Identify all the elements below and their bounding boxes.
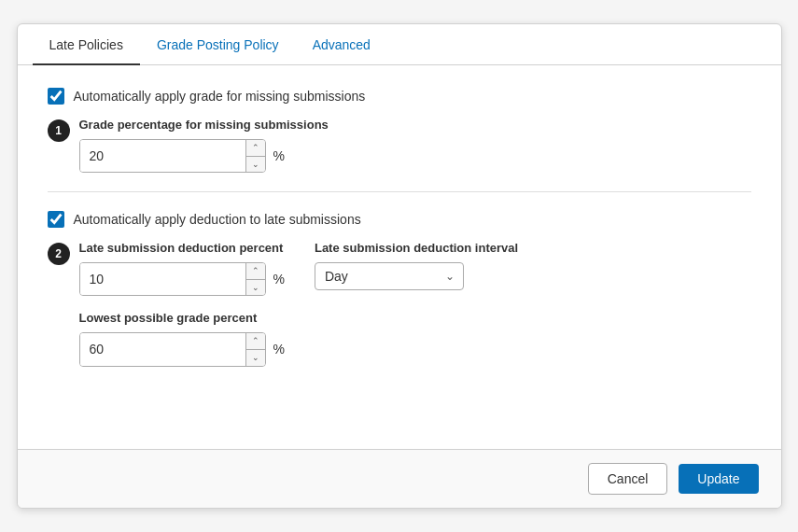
tab-grade-posting-policy[interactable]: Grade Posting Policy (140, 24, 296, 65)
modal-body: Automatically apply grade for missing su… (18, 65, 781, 449)
lowest-grade-symbol: % (273, 342, 285, 357)
grade-pct-label: Grade percentage for missing submissions (79, 118, 751, 132)
modal-footer: Cancel Update (18, 449, 781, 508)
auto-apply-deduction-checkbox[interactable] (48, 211, 64, 228)
auto-apply-grade-label: Automatically apply grade for missing su… (74, 89, 366, 104)
lowest-grade-input-group: ⌃ ⌄ % (79, 332, 751, 366)
deduction-interval-select[interactable]: Day Hour (315, 262, 464, 290)
grade-pct-spinner-buttons: ⌃ ⌄ (245, 140, 265, 172)
section-missing-submissions: Automatically apply grade for missing su… (48, 88, 751, 173)
section-late-submissions: Automatically apply deduction to late su… (48, 211, 751, 366)
tab-late-policies[interactable]: Late Policies (33, 24, 140, 65)
lowest-grade-group: Lowest possible grade percent ⌃ ⌄ % (79, 311, 751, 366)
grade-pct-down-button[interactable]: ⌄ (246, 157, 265, 173)
auto-apply-grade-checkbox[interactable] (48, 88, 64, 105)
deduction-percent-group: Late submission deduction percent ⌃ ⌄ (79, 241, 285, 296)
tab-advanced[interactable]: Advanced (296, 24, 387, 65)
auto-apply-deduction-label: Automatically apply deduction to late su… (74, 212, 361, 227)
grade-pct-symbol: % (273, 148, 285, 163)
deduction-interval-label: Late submission deduction interval (315, 241, 518, 255)
section-divider (48, 191, 751, 192)
deduction-pct-input[interactable] (80, 263, 245, 295)
grade-pct-input-group: ⌃ ⌄ % (79, 139, 751, 173)
step-badge-2: 2 (48, 243, 70, 265)
deduction-pct-label: Late submission deduction percent (79, 241, 285, 255)
deduction-pct-down-button[interactable]: ⌄ (246, 280, 265, 296)
deduction-fields-row: Late submission deduction percent ⌃ ⌄ (79, 241, 751, 296)
lowest-grade-input[interactable] (80, 333, 245, 365)
grade-pct-spinner: ⌃ ⌄ (79, 139, 266, 173)
deduction-interval-group: Late submission deduction interval Day H… (315, 241, 518, 296)
deduction-interval-select-wrapper: Day Hour ⌄ (315, 262, 464, 290)
section2-content: Late submission deduction percent ⌃ ⌄ (79, 241, 751, 366)
deduction-interval-input-group: Day Hour ⌄ (315, 262, 518, 290)
step-badge-1: 1 (48, 119, 70, 142)
modal: Late Policies Grade Posting Policy Advan… (17, 23, 782, 509)
deduction-pct-symbol: % (273, 272, 285, 287)
grade-pct-up-button[interactable]: ⌃ (246, 140, 265, 157)
section1-content: Grade percentage for missing submissions… (79, 118, 751, 173)
update-button[interactable]: Update (679, 464, 758, 494)
tabs-bar: Late Policies Grade Posting Policy Advan… (18, 24, 781, 65)
deduction-pct-spinner: ⌃ ⌄ (79, 262, 266, 296)
deduction-pct-up-button[interactable]: ⌃ (246, 263, 265, 280)
lowest-grade-spinner: ⌃ ⌄ (79, 332, 266, 366)
cancel-button[interactable]: Cancel (588, 463, 668, 495)
lowest-grade-spinner-buttons: ⌃ ⌄ (245, 333, 265, 365)
lowest-grade-label: Lowest possible grade percent (79, 311, 751, 325)
lowest-grade-down-button[interactable]: ⌄ (246, 350, 265, 366)
deduction-pct-input-group: ⌃ ⌄ % (79, 262, 285, 296)
deduction-pct-spinner-buttons: ⌃ ⌄ (245, 263, 265, 295)
grade-pct-input[interactable] (80, 140, 245, 172)
lowest-grade-up-button[interactable]: ⌃ (246, 333, 265, 350)
